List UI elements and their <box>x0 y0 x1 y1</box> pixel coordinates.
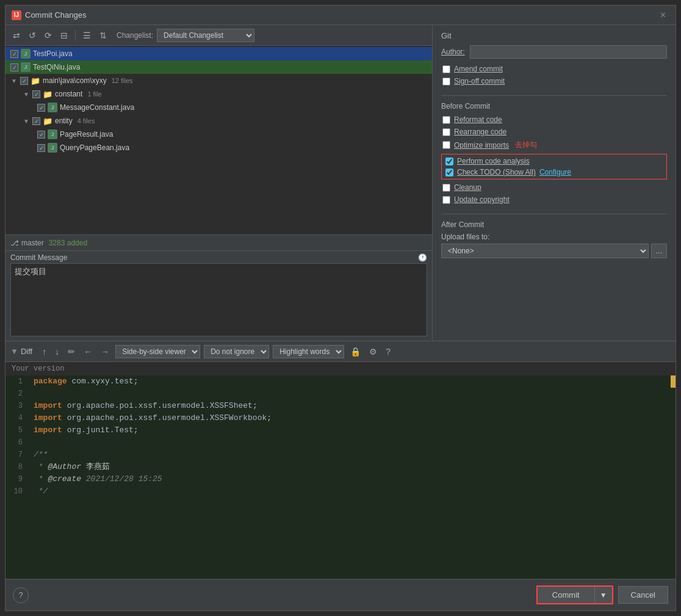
before-commit-label: Before Commit <box>441 102 667 111</box>
tree-item-querypagebean[interactable]: J QueryPageBean.java <box>5 141 432 154</box>
code-line-2: 2 <box>5 388 676 400</box>
next-file-button[interactable]: → <box>98 346 112 357</box>
amend-commit-checkbox[interactable] <box>442 65 450 73</box>
lock-icon[interactable]: 🔒 <box>348 346 363 357</box>
prev-file-button[interactable]: ← <box>81 346 95 357</box>
configure-link[interactable]: Configure <box>539 168 571 176</box>
checkbox-messageconstant[interactable] <box>37 104 45 112</box>
checktodo-label[interactable]: Check TODO (Show All) <box>457 168 536 176</box>
checktodo-checkbox[interactable] <box>445 168 453 176</box>
upload-options-button[interactable]: … <box>651 244 667 258</box>
dialog-title: Commit Changes <box>25 10 86 20</box>
checkbox-constant[interactable] <box>32 90 40 98</box>
close-button[interactable]: × <box>657 9 669 22</box>
commit-msg-label: Commit Message <box>10 253 67 262</box>
update-copyright-checkbox[interactable] <box>442 196 450 204</box>
tree-item-constant[interactable]: ▼ 📁 constant 1 file <box>5 87 432 101</box>
refresh-icon[interactable]: ⟳ <box>42 29 54 42</box>
signoff-commit-row: Sign-off commit <box>441 77 667 85</box>
amend-commit-label[interactable]: Amend commit <box>454 65 503 73</box>
line-num-9: 9 <box>5 473 27 485</box>
code-line-7: 7 /** <box>5 449 676 461</box>
after-commit-label: After Commit <box>441 220 667 229</box>
expand-triangle-entity: ▼ <box>23 118 30 125</box>
perform-label[interactable]: Perform code analysis <box>457 157 530 165</box>
checkbox-querypagebean[interactable] <box>37 144 45 152</box>
tree-item-testqiniu[interactable]: J TestQiNiu.java <box>5 60 432 74</box>
file-name-testpoi: TestPoi.java <box>33 49 73 58</box>
optimize-label[interactable]: Optimize imports <box>454 141 509 150</box>
line-content-8: * @Author 李燕茹 <box>27 461 676 473</box>
checkbox-testqiniu[interactable] <box>10 63 18 71</box>
author-input[interactable] <box>470 45 667 59</box>
changelist-label: Changelist: <box>117 31 153 40</box>
help-diff-button[interactable]: ? <box>383 346 393 357</box>
upload-label: Upload files to: <box>441 233 667 241</box>
next-change-button[interactable]: ↓ <box>52 346 62 357</box>
rearrange-label[interactable]: Rearrange code <box>454 128 506 136</box>
tree-item-testpoi[interactable]: J TestPoi.java <box>5 47 432 60</box>
settings-icon[interactable]: ⚙ <box>367 346 380 357</box>
line-num-10: 10 <box>5 485 27 498</box>
sort-icon[interactable]: ⇅ <box>97 29 109 42</box>
line-content-5: import org.junit.Test; <box>27 424 676 437</box>
left-panel: ⇄ ↺ ⟳ ⊟ ☰ ⇅ Changelist: Default Changeli… <box>5 25 433 341</box>
line-content-6 <box>27 437 676 449</box>
java-file-icon-2: J <box>21 62 31 72</box>
amend-commit-row: Amend commit <box>441 65 667 73</box>
file-tree: J TestPoi.java J TestQiNiu.java ▼ 📁 main… <box>5 46 432 234</box>
commit-message-section: Commit Message 🕐 <box>5 250 432 341</box>
line-content-9: * @create 2021/12/28 15:25 <box>27 473 676 485</box>
folder-name-mainjava: main\java\com\xyxy <box>43 76 107 85</box>
change-indicator-1 <box>671 375 676 388</box>
reformat-checkbox[interactable] <box>442 116 450 124</box>
tree-item-pageresult[interactable]: J PageResult.java <box>5 128 432 141</box>
signoff-commit-checkbox[interactable] <box>442 78 450 85</box>
cleanup-checkbox[interactable] <box>442 184 450 192</box>
viewer-select[interactable]: Side-by-side viewer <box>115 345 200 358</box>
undo-icon[interactable]: ↺ <box>26 29 38 42</box>
commit-button[interactable]: Commit <box>538 587 595 603</box>
collapse-diff-triangle[interactable]: ▼ <box>10 347 18 356</box>
help-button[interactable]: ? <box>13 587 29 603</box>
tree-item-mainjava[interactable]: ▼ 📁 main\java\com\xyxy 12 files <box>5 74 432 87</box>
edit-source-button[interactable]: ✏ <box>65 346 77 357</box>
checkbox-mainjava[interactable] <box>20 77 28 85</box>
perform-checkbox[interactable] <box>445 158 453 165</box>
expand-icon[interactable]: ☰ <box>81 29 93 42</box>
divider-before-commit <box>441 95 667 96</box>
update-copyright-label[interactable]: Update copyright <box>454 195 510 204</box>
folder-count-entity: 4 files <box>77 117 95 125</box>
folder-icon: 📁 <box>31 76 40 85</box>
history-icon[interactable]: 🕐 <box>418 253 427 262</box>
highlight-select[interactable]: Highlight words <box>273 345 344 358</box>
collapse-icon[interactable]: ⊟ <box>58 29 70 42</box>
commit-msg-label-row: Commit Message 🕐 <box>10 253 427 262</box>
changelist-select[interactable]: Default Changelist <box>157 29 254 42</box>
main-content: ⇄ ↺ ⟳ ⊟ ☰ ⇅ Changelist: Default Changeli… <box>5 25 676 341</box>
author-label: Author: <box>441 48 465 56</box>
commit-dropdown-button[interactable]: ▼ <box>595 587 612 603</box>
prev-change-button[interactable]: ↑ <box>40 346 49 357</box>
commit-message-input[interactable] <box>10 263 427 336</box>
title-bar-left: IJ Commit Changes <box>12 10 86 20</box>
checkbox-entity[interactable] <box>32 117 40 125</box>
signoff-commit-label[interactable]: Sign-off commit <box>454 77 505 85</box>
code-line-8: 8 * @Author 李燕茹 <box>5 461 676 473</box>
git-section-title: Git <box>441 31 667 40</box>
cleanup-label[interactable]: Cleanup <box>454 183 481 192</box>
tree-item-messageconstant[interactable]: J MessageConstant.java <box>5 101 432 114</box>
rearrange-row: Rearrange code <box>441 128 667 136</box>
cancel-button[interactable]: Cancel <box>618 586 668 604</box>
ignore-select[interactable]: Do not ignore <box>204 345 269 358</box>
reformat-label[interactable]: Reformat code <box>454 115 502 124</box>
tree-item-entity[interactable]: ▼ 📁 entity 4 files <box>5 114 432 128</box>
commit-button-group: Commit ▼ <box>536 585 613 604</box>
optimize-checkbox[interactable] <box>442 141 450 149</box>
sync-icon[interactable]: ⇄ <box>10 29 23 42</box>
checkbox-testpoi[interactable] <box>10 50 18 58</box>
rearrange-checkbox[interactable] <box>442 128 450 136</box>
checkbox-pageresult[interactable] <box>37 131 45 139</box>
upload-row: <None> … <box>441 244 667 258</box>
upload-select[interactable]: <None> <box>441 244 649 258</box>
